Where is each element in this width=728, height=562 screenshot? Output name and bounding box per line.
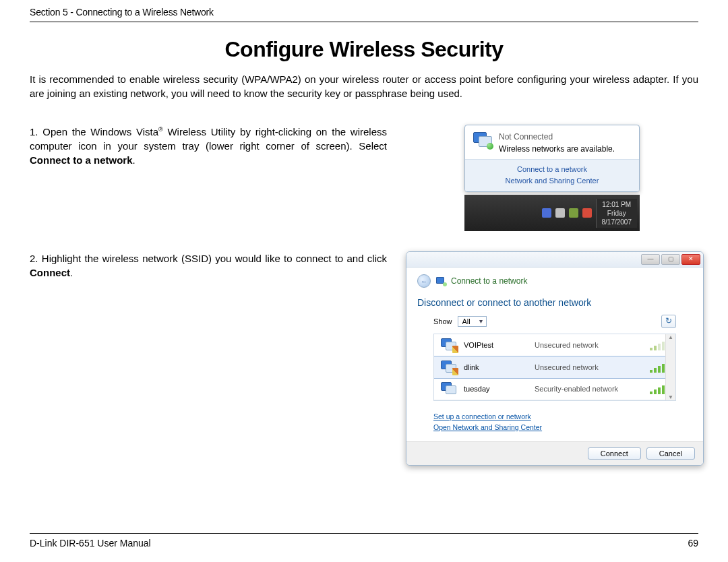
- maximize-button[interactable]: ▢: [661, 254, 680, 265]
- network-type: Unsecured network: [535, 363, 643, 371]
- section-header: Section 5 - Connecting to a Wireless Net…: [30, 7, 698, 22]
- network-icon: [473, 132, 492, 148]
- taskbar-clock[interactable]: 12:01 PM Friday 8/17/2007: [596, 199, 638, 228]
- page-title: Configure Wireless Security: [30, 37, 698, 62]
- clock-date: 8/17/2007: [602, 218, 632, 226]
- network-name: VOIPtest: [464, 341, 528, 349]
- show-dropdown[interactable]: All: [458, 316, 487, 327]
- open-sharing-center-link[interactable]: Open Network and Sharing Center: [433, 423, 542, 431]
- step-2: 2. Highlight the wireless network (SSID)…: [30, 251, 698, 466]
- window-network-icon: [436, 277, 446, 285]
- system-tray: [542, 208, 592, 218]
- tray-volume-icon[interactable]: [555, 208, 565, 218]
- network-name: dlink: [464, 363, 528, 371]
- intro-paragraph: It is recommended to enable wireless sec…: [30, 72, 698, 100]
- show-label: Show: [433, 317, 452, 325]
- step-2-part-b: .: [70, 267, 73, 278]
- page-footer: D-Link DIR-651 User Manual 69: [30, 533, 698, 549]
- step-2-text: 2. Highlight the wireless network (SSID)…: [30, 251, 387, 280]
- cancel-button[interactable]: Cancel: [646, 447, 695, 460]
- window-titlebar: — ▢ ✕: [406, 252, 703, 268]
- network-item-icon: [441, 361, 457, 374]
- scrollbar[interactable]: ▲▼: [665, 334, 675, 400]
- footer-manual: D-Link DIR-651 User Manual: [30, 538, 151, 549]
- network-type: Unsecured network: [535, 341, 643, 349]
- window-title-text: Connect to a network: [451, 276, 527, 286]
- step-1-text: 1. Open the Windows Vista® Wireless Util…: [30, 125, 387, 167]
- minimize-button[interactable]: —: [641, 254, 660, 265]
- step-1-part-a: Open the Windows Vista: [42, 126, 158, 137]
- figure-2: — ▢ ✕ ← Connect to a network Disconnect …: [406, 251, 704, 466]
- balloon-status: Not Connected: [499, 132, 615, 142]
- step-2-part-a: Highlight the wireless network (SSID) yo…: [42, 253, 387, 264]
- balloon-message: Wireless networks are available.: [499, 144, 615, 154]
- close-button[interactable]: ✕: [681, 254, 700, 265]
- network-item[interactable]: dlinkUnsecured network: [433, 356, 676, 379]
- step-2-bold: Connect: [30, 267, 70, 278]
- network-item[interactable]: tuesdaySecurity-enabled network: [434, 378, 675, 400]
- clock-day: Friday: [602, 209, 632, 218]
- window-heading: Disconnect or connect to another network: [417, 297, 692, 308]
- connect-to-network-link[interactable]: Connect to a network: [468, 164, 636, 175]
- network-item-icon: [441, 338, 457, 352]
- back-button[interactable]: ←: [417, 274, 431, 288]
- step-2-number: 2.: [30, 253, 38, 264]
- network-item[interactable]: VOIPtestUnsecured network: [434, 334, 675, 356]
- network-sharing-center-link[interactable]: Network and Sharing Center: [468, 175, 636, 187]
- step-1-number: 1.: [30, 126, 38, 137]
- registered-mark-icon: ®: [158, 126, 163, 133]
- network-name: tuesday: [464, 385, 528, 393]
- network-list: VOIPtestUnsecured networkdlinkUnsecured …: [433, 334, 676, 401]
- tray-alert-icon[interactable]: [582, 208, 592, 218]
- taskbar: 12:01 PM Friday 8/17/2007: [464, 195, 640, 231]
- setup-connection-link[interactable]: Set up a connection or network: [433, 412, 531, 420]
- footer-page-number: 69: [688, 538, 698, 549]
- connect-button[interactable]: Connect: [588, 447, 641, 460]
- connect-window: — ▢ ✕ ← Connect to a network Disconnect …: [406, 251, 704, 466]
- step-1-bold: Connect to a network: [30, 154, 133, 166]
- step-1: 1. Open the Windows Vista® Wireless Util…: [30, 125, 698, 231]
- refresh-button[interactable]: ↻: [661, 315, 676, 328]
- tray-network-icon[interactable]: [542, 208, 551, 218]
- network-item-icon: [441, 382, 457, 396]
- figure-1: Not Connected Wireless networks are avai…: [406, 125, 698, 231]
- network-type: Security-enabled network: [535, 385, 643, 393]
- tray-safely-remove-icon[interactable]: [569, 208, 578, 218]
- tray-balloon: Not Connected Wireless networks are avai…: [464, 125, 640, 192]
- clock-time: 12:01 PM: [602, 200, 632, 209]
- step-1-part-c: .: [133, 154, 135, 166]
